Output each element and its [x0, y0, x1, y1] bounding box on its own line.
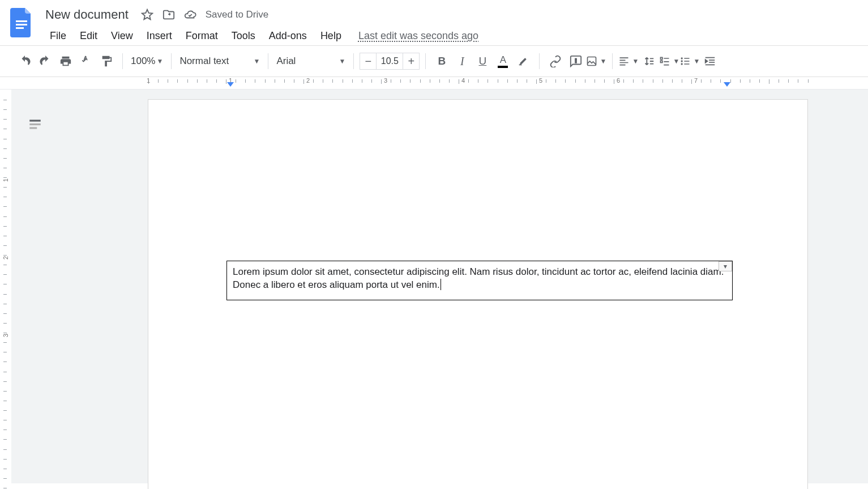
chevron-down-icon: ▼: [673, 57, 679, 65]
document-outline-button[interactable]: [23, 112, 48, 137]
svg-point-6: [681, 57, 683, 59]
checklist-button[interactable]: ▼: [659, 51, 679, 71]
saved-status: Saved to Drive: [206, 9, 269, 20]
font-size-decrease-button[interactable]: −: [360, 53, 377, 70]
left-indent-marker[interactable]: [227, 82, 234, 89]
menu-tools[interactable]: Tools: [225, 28, 262, 44]
font-size-input[interactable]: [377, 53, 403, 70]
text-cursor: [441, 279, 441, 290]
svg-point-8: [681, 63, 683, 65]
paragraph-style-select[interactable]: Normal text ▼: [177, 56, 262, 67]
columns-options-button[interactable]: ▾: [719, 261, 732, 271]
font-size-increase-button[interactable]: +: [403, 53, 420, 70]
svg-point-7: [681, 60, 683, 62]
svg-rect-0: [16, 20, 27, 22]
svg-rect-3: [588, 57, 596, 66]
font-name-value: Arial: [276, 56, 296, 67]
text-columns-box[interactable]: ▾ Lorem ipsum dolor sit amet, consectetu…: [226, 261, 733, 300]
insert-link-button[interactable]: [545, 51, 566, 71]
right-indent-marker[interactable]: [724, 82, 730, 89]
svg-rect-2: [16, 27, 24, 29]
horizontal-ruler[interactable]: 11234567: [0, 77, 868, 90]
app-header: New document Saved to Drive File Edit Vi…: [0, 0, 868, 45]
document-body-text[interactable]: Lorem ipsum dolor sit amet, consectetur …: [233, 266, 726, 292]
align-button[interactable]: ▼: [618, 51, 639, 71]
spellcheck-button[interactable]: [76, 51, 96, 71]
font-select[interactable]: Arial ▼: [274, 56, 348, 67]
paint-format-button[interactable]: [96, 51, 117, 71]
editor-workspace: 123 ▾ Lorem ipsum dolor sit amet, consec…: [0, 90, 868, 483]
redo-button[interactable]: [35, 51, 55, 71]
underline-button[interactable]: U: [472, 51, 493, 71]
decrease-indent-button[interactable]: [700, 51, 720, 71]
highlight-button[interactable]: [513, 51, 533, 71]
toolbar: 100% ▼ Normal text ▼ Arial ▼ − + B I U A…: [0, 45, 868, 77]
chevron-down-icon: ▼: [339, 57, 345, 65]
docs-logo-icon[interactable]: [10, 8, 33, 37]
svg-rect-11: [29, 127, 37, 129]
text-color-button[interactable]: A: [493, 51, 513, 71]
menu-help[interactable]: Help: [314, 28, 348, 44]
document-page[interactable]: ▾ Lorem ipsum dolor sit amet, consectetu…: [148, 100, 807, 489]
svg-rect-5: [661, 61, 662, 62]
insert-image-button[interactable]: ▼: [586, 51, 606, 71]
zoom-value: 100%: [131, 56, 155, 67]
cloud-saved-icon[interactable]: [184, 8, 196, 21]
undo-button[interactable]: [15, 51, 35, 71]
move-icon[interactable]: [163, 8, 175, 21]
chevron-down-icon: ▾: [724, 262, 727, 270]
svg-rect-1: [16, 24, 27, 25]
menu-format[interactable]: Format: [179, 28, 225, 44]
last-edit-link[interactable]: Last edit was seconds ago: [358, 30, 478, 42]
font-size-group: − +: [360, 53, 420, 70]
chevron-down-icon: ▼: [632, 57, 639, 65]
svg-rect-9: [29, 120, 41, 121]
svg-rect-10: [29, 124, 41, 125]
paragraph-style-value: Normal text: [179, 56, 229, 67]
chevron-down-icon: ▼: [253, 57, 260, 65]
chevron-down-icon: ▼: [693, 57, 700, 65]
menu-insert[interactable]: Insert: [140, 28, 179, 44]
italic-button[interactable]: I: [452, 51, 472, 71]
insert-comment-button[interactable]: [566, 51, 586, 71]
menu-addons[interactable]: Add-ons: [262, 28, 314, 44]
menu-edit[interactable]: Edit: [73, 28, 104, 44]
svg-rect-4: [661, 57, 662, 59]
menu-view[interactable]: View: [104, 28, 140, 44]
menu-bar: File Edit View Insert Format Tools Add-o…: [43, 26, 859, 45]
menu-file[interactable]: File: [43, 28, 73, 44]
zoom-select[interactable]: 100% ▼: [129, 56, 165, 67]
chevron-down-icon: ▼: [600, 57, 606, 65]
bold-button[interactable]: B: [431, 51, 452, 71]
chevron-down-icon: ▼: [156, 57, 163, 65]
document-title[interactable]: New document: [43, 6, 131, 23]
star-icon[interactable]: [141, 8, 153, 21]
print-button[interactable]: [55, 51, 76, 71]
line-spacing-button[interactable]: [639, 51, 659, 71]
bulleted-list-button[interactable]: ▼: [679, 51, 700, 71]
vertical-ruler[interactable]: 123: [0, 90, 11, 483]
